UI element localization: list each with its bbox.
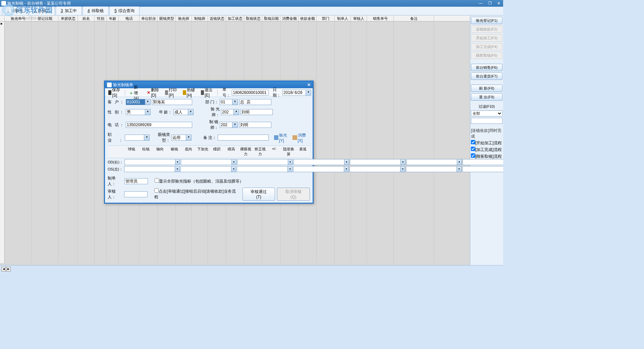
job-select[interactable]: [125, 135, 144, 141]
col-header[interactable]: 收款金额: [299, 15, 317, 21]
rx-input[interactable]: [237, 166, 288, 172]
front-return-button[interactable]: 前台退货(F7): [471, 72, 502, 80]
reviewer-input[interactable]: [124, 191, 148, 197]
lensmaker-dropdown-icon[interactable]: ▼: [232, 122, 238, 128]
age-select[interactable]: [173, 109, 188, 115]
hotkey-button[interactable]: 热键[H]: [181, 87, 198, 98]
start-process-button[interactable]: 开始加工(F3): [471, 34, 502, 42]
optometrist-code-input[interactable]: [221, 109, 234, 115]
chevron-down-icon[interactable]: ▼: [457, 159, 462, 165]
dept-code-input[interactable]: [220, 99, 232, 105]
chevron-down-icon[interactable]: ▼: [457, 166, 462, 172]
rx-input[interactable]: [124, 166, 175, 172]
col-header[interactable]: 销售单号: [367, 15, 394, 21]
customer-dropdown-icon[interactable]: ▼: [145, 99, 151, 105]
rx-input[interactable]: [181, 159, 232, 165]
filter-input[interactable]: [471, 118, 502, 124]
refresh-button[interactable]: 刷 新(F8): [471, 85, 502, 92]
modal-close-button[interactable]: ✕: [307, 83, 311, 87]
rx-input[interactable]: [406, 159, 457, 165]
customer-name-input[interactable]: [152, 99, 192, 105]
col-header[interactable]: 送镜状态: [208, 15, 226, 21]
col-header[interactable]: 验光师: [176, 15, 192, 21]
glasses-type-select[interactable]: [171, 135, 186, 141]
chevron-down-icon[interactable]: ▼: [401, 159, 406, 165]
col-header[interactable]: 眼镜类型: [158, 15, 176, 21]
tab-4[interactable]: 4 待取镜: [83, 6, 109, 15]
customer-code-input[interactable]: [126, 99, 145, 105]
chevron-down-icon[interactable]: ▼: [344, 166, 349, 172]
delete-button[interactable]: ✕删除[D]: [145, 87, 162, 98]
rx-input[interactable]: [406, 166, 457, 172]
col-header[interactable]: 电话: [119, 15, 140, 21]
maximize-button[interactable]: ❐: [487, 1, 493, 6]
order-no-input[interactable]: [232, 90, 269, 96]
rx-input[interactable]: [237, 159, 288, 165]
date-dropdown-icon[interactable]: ▼: [306, 90, 311, 96]
rx-input[interactable]: [124, 159, 175, 165]
optometrist-name-input[interactable]: [240, 109, 273, 115]
col-header[interactable]: 部门: [317, 15, 335, 21]
col-header[interactable]: [0, 15, 5, 21]
send-pay-button[interactable]: 送镜收款(F2): [471, 26, 502, 33]
rx-input[interactable]: [462, 166, 503, 172]
chk-process-done[interactable]: [加工完成]流程: [471, 147, 502, 153]
remark-input[interactable]: [218, 135, 269, 141]
gender-dropdown-icon[interactable]: ▼: [145, 109, 151, 115]
gender-select[interactable]: [126, 109, 145, 115]
chevron-down-icon[interactable]: ▼: [175, 166, 180, 172]
date-input[interactable]: [282, 90, 306, 96]
filter-select[interactable]: 全部: [471, 110, 502, 116]
col-header[interactable]: 单据状态: [58, 15, 78, 21]
register-button[interactable]: 验光登记(F1): [471, 17, 502, 24]
col-header[interactable]: 制镜师: [192, 15, 208, 21]
approve-button[interactable]: 审核通过(T): [243, 188, 275, 201]
print-button[interactable]: 打印[P]: [163, 87, 179, 98]
optometrist-dropdown-icon[interactable]: ▼: [234, 109, 239, 115]
phone-input[interactable]: [126, 122, 192, 128]
col-header[interactable]: 单位职业: [140, 15, 158, 21]
scroll-controls[interactable]: ◀▶: [1, 267, 11, 271]
col-header[interactable]: 取镜日期: [262, 15, 280, 21]
chevron-down-icon[interactable]: ▼: [175, 159, 180, 165]
chevron-down-icon[interactable]: ▼: [400, 166, 405, 172]
process-done-button[interactable]: 加工完成(F4): [471, 43, 502, 50]
creator-input[interactable]: [124, 178, 148, 184]
col-header[interactable]: 验光单号: [5, 15, 32, 21]
chevron-down-icon[interactable]: ▼: [288, 159, 293, 165]
chevron-down-icon[interactable]: ▼: [288, 166, 292, 172]
minimize-button[interactable]: —: [477, 1, 484, 6]
tab-5[interactable]: 5 综合查询: [109, 6, 140, 15]
dept-name-input[interactable]: [239, 99, 271, 105]
age-dropdown-icon[interactable]: ▼: [188, 109, 194, 115]
chevron-down-icon[interactable]: ▼: [344, 159, 349, 165]
col-header[interactable]: 年龄: [107, 15, 119, 21]
rx-input[interactable]: [293, 166, 344, 172]
col-header[interactable]: 姓名: [78, 15, 95, 21]
lensmaker-code-input[interactable]: [220, 122, 232, 128]
col-header[interactable]: 登记日期: [32, 15, 58, 21]
save-button[interactable]: 保存[S]: [106, 87, 123, 98]
glasses-type-dropdown-icon[interactable]: ▼: [186, 135, 192, 141]
exit-button[interactable]: 退 出(F9): [471, 93, 502, 101]
consume-link[interactable]: 消费[X]: [292, 133, 310, 143]
chk-auto-flow[interactable]: 点击[审核通过]按钮后启动[送镜收款]业务流程: [154, 188, 238, 200]
col-header[interactable]: 制单人: [335, 15, 351, 21]
rx-input[interactable]: [350, 166, 400, 172]
chk-show-all[interactable]: 显示全部验光指标（包括眼睑、泪器及结膜等）: [155, 178, 244, 184]
chevron-down-icon[interactable]: ▼: [232, 159, 236, 165]
tab-2[interactable]: 2 待加工: [29, 6, 55, 15]
optometry-link[interactable]: 验光[Y]: [274, 133, 291, 143]
front-sale-button[interactable]: 前台销售(F6): [471, 64, 502, 71]
lensmaker-name-input[interactable]: [239, 122, 271, 128]
col-header[interactable]: 消费金额: [280, 15, 299, 21]
col-header[interactable]: 加工状态: [226, 15, 244, 21]
chevron-down-icon[interactable]: ▼: [231, 166, 236, 172]
job-dropdown-icon[interactable]: ▼: [144, 135, 150, 141]
pickup-button[interactable]: 顾客取镜(F5): [471, 52, 502, 59]
rx-input[interactable]: [180, 166, 231, 172]
tab-3[interactable]: 3 加工中: [56, 6, 82, 15]
col-header[interactable]: 性别: [95, 15, 107, 21]
rx-input[interactable]: [350, 159, 401, 165]
modal-exit-button[interactable]: 退出[E]: [199, 87, 215, 98]
